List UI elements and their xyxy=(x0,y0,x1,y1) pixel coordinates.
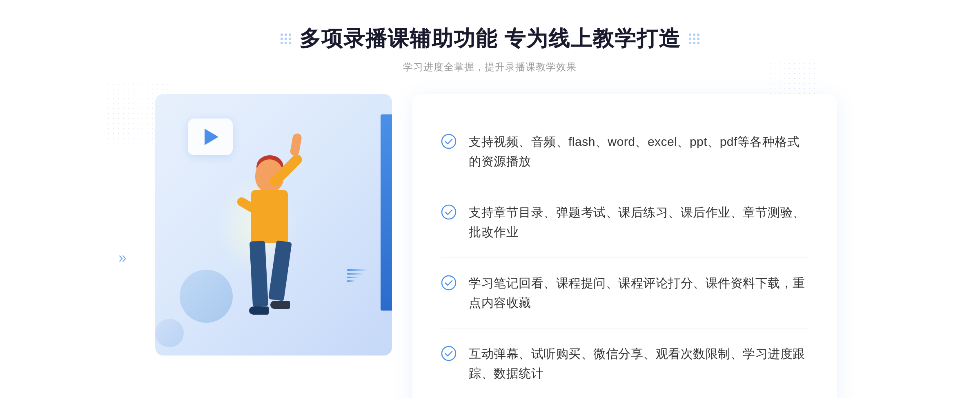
feature-item-2: 支持章节目录、弹题考试、课后练习、课后作业、章节测验、批改作业 xyxy=(441,187,808,258)
page-title: 多项录播课辅助功能 专为线上教学打造 xyxy=(299,25,681,53)
svg-point-1 xyxy=(442,205,456,219)
decoration-circle-small xyxy=(155,319,184,347)
header-section: 多项录播课辅助功能 专为线上教学打造 学习进度全掌握，提升录播课教学效果 xyxy=(281,25,699,74)
feature-text-2: 支持章节目录、弹题考试、课后练习、课后作业、章节测验、批改作业 xyxy=(469,203,808,242)
grid-dots-right-icon xyxy=(689,34,699,44)
blue-accent-bar xyxy=(381,114,392,311)
check-circle-icon-3 xyxy=(441,275,457,291)
check-circle-icon-4 xyxy=(441,346,457,361)
page-subtitle: 学习进度全掌握，提升录播课教学效果 xyxy=(281,60,699,74)
svg-point-3 xyxy=(442,347,456,360)
feature-item-4: 互动弹幕、试听购买、微信分享、观看次数限制、学习进度跟踪、数据统计 xyxy=(441,329,808,398)
content-area: » 支持视频、音频、flash、word、excel、ppt、pdf等各种格式的… xyxy=(143,94,837,398)
person-arm-raised-ext xyxy=(290,133,302,157)
feature-item-3: 学习笔记回看、课程提问、课程评论打分、课件资料下载，重点内容收藏 xyxy=(441,258,808,329)
person-leg-left xyxy=(249,241,268,307)
decoration-circle-large xyxy=(180,270,233,323)
chevron-right-icon: » xyxy=(118,250,127,265)
features-card: 支持视频、音频、flash、word、excel、ppt、pdf等各种格式的资源… xyxy=(412,94,837,398)
grid-dots-left-icon xyxy=(281,34,291,44)
feature-text-4: 互动弹幕、试听购买、微信分享、观看次数限制、学习进度跟踪、数据统计 xyxy=(469,344,808,383)
check-circle-icon-1 xyxy=(441,134,457,149)
person-leg-right xyxy=(268,240,292,301)
decoration-lines xyxy=(347,269,368,282)
illustration-background xyxy=(155,94,392,356)
person-legs xyxy=(249,241,290,315)
check-circle-icon-2 xyxy=(441,204,457,220)
page-wrapper: 多项录播课辅助功能 专为线上教学打造 学习进度全掌握，提升录播课教学效果 xyxy=(0,0,980,398)
svg-point-0 xyxy=(442,134,456,148)
feature-text-1: 支持视频、音频、flash、word、excel、ppt、pdf等各种格式的资源… xyxy=(469,132,808,171)
person-shoe-left xyxy=(249,306,269,315)
svg-point-2 xyxy=(442,276,456,290)
feature-item-1: 支持视频、音频、flash、word、excel、ppt、pdf等各种格式的资源… xyxy=(441,116,808,187)
title-row: 多项录播课辅助功能 专为线上教学打造 xyxy=(281,25,699,53)
person-body xyxy=(251,190,288,243)
feature-text-3: 学习笔记回看、课程提问、课程评论打分、课件资料下载，重点内容收藏 xyxy=(469,273,808,313)
arrows-left: » xyxy=(118,250,127,265)
person-shoe-right xyxy=(270,301,290,309)
illustration-wrapper: » xyxy=(143,94,421,398)
